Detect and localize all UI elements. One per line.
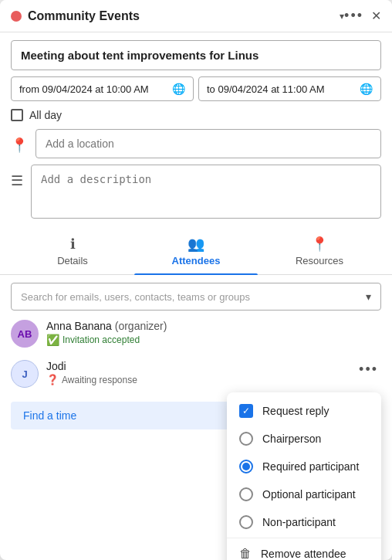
trash-icon: 🗑 (239, 547, 252, 560)
tab-attendees[interactable]: 👥 Attendees (134, 229, 258, 274)
avatar: J (11, 360, 39, 388)
attendee-name: Anna Banana (organizer) (46, 320, 381, 332)
description-row: ☰ (11, 165, 381, 219)
attendee-info: Anna Banana (organizer) ✅ Invitation acc… (46, 320, 381, 346)
avatar: AB (11, 320, 39, 348)
from-timezone-icon: 🌐 (172, 83, 185, 95)
attendee-name: Jodi (46, 360, 348, 372)
location-row: 📍 (11, 129, 381, 158)
attendee-more-button[interactable]: ••• (356, 360, 381, 379)
accepted-icon: ✅ (46, 334, 59, 346)
to-date-field[interactable]: to 09/04/2024 at 11:00 AM 🌐 (198, 76, 381, 101)
menu-item-remove-attendee[interactable]: 🗑 Remove attendee (227, 540, 381, 560)
calendar-title: Community Events (28, 9, 336, 23)
request-reply-checkbox: ✓ (239, 404, 253, 418)
menu-item-request-reply[interactable]: ✓ Request reply (227, 397, 381, 425)
calendar-color-dot (11, 11, 22, 22)
chairperson-radio (239, 432, 253, 446)
menu-item-optional-participant[interactable]: Optional participant (227, 480, 381, 508)
menu-item-chairperson[interactable]: Chairperson (227, 425, 381, 453)
allday-row: All day (11, 107, 381, 123)
search-placeholder-text: Search for emails, users, contacts, team… (21, 291, 250, 303)
organizer-tag: (organizer) (115, 320, 167, 332)
attendee-status: ❓ Awaiting response (46, 374, 348, 385)
to-timezone-icon: 🌐 (360, 83, 373, 95)
attendee-row: J Jodi ❓ Awaiting response ••• (11, 357, 381, 391)
attendees-icon: 👥 (188, 236, 204, 253)
details-icon: ℹ (70, 236, 76, 253)
search-chevron-icon: ▾ (366, 290, 371, 303)
attendees-section: Search for emails, users, contacts, team… (0, 275, 392, 399)
non-participant-radio (239, 515, 253, 529)
attendees-search-bar[interactable]: Search for emails, users, contacts, team… (11, 283, 381, 311)
menu-item-non-participant[interactable]: Non-participant (227, 508, 381, 536)
attendee-info: Jodi ❓ Awaiting response (46, 360, 348, 385)
description-input[interactable] (31, 165, 381, 219)
tab-resources[interactable]: 📍 Resources (258, 229, 381, 274)
event-form: from 09/04/2024 at 10:00 AM 🌐 to 09/04/2… (0, 32, 392, 226)
allday-checkbox[interactable] (11, 109, 23, 121)
radio-inner (242, 463, 250, 470)
optional-participant-radio (239, 487, 253, 501)
menu-divider (227, 538, 381, 538)
menu-item-required-participant[interactable]: Required participant (227, 453, 381, 480)
tab-details[interactable]: ℹ Details (11, 229, 134, 274)
awaiting-icon: ❓ (46, 374, 59, 385)
attendee-status: ✅ Invitation accepted (46, 334, 381, 346)
close-button[interactable]: ✕ (371, 8, 381, 23)
attendee-row: AB Anna Banana (organizer) ✅ Invitation … (11, 317, 381, 351)
allday-label: All day (29, 109, 62, 121)
required-participant-radio (239, 460, 253, 473)
app-window: Community Events ▾ ••• ✕ from 09/04/2024… (0, 0, 392, 560)
from-date-field[interactable]: from 09/04/2024 at 10:00 AM 🌐 (11, 76, 194, 101)
event-title-input[interactable] (11, 40, 381, 70)
attendee-context-menu: ✓ Request reply Chairperson Required par… (227, 392, 381, 560)
description-icon: ☰ (11, 172, 23, 189)
more-options-button[interactable]: ••• (344, 8, 363, 24)
header: Community Events ▾ ••• ✕ (0, 0, 392, 32)
location-input[interactable] (35, 129, 381, 158)
date-row: from 09/04/2024 at 10:00 AM 🌐 to 09/04/2… (11, 76, 381, 101)
resources-icon: 📍 (311, 236, 328, 253)
tabs: ℹ Details 👥 Attendees 📍 Resources (0, 229, 392, 275)
location-icon: 📍 (11, 137, 28, 154)
